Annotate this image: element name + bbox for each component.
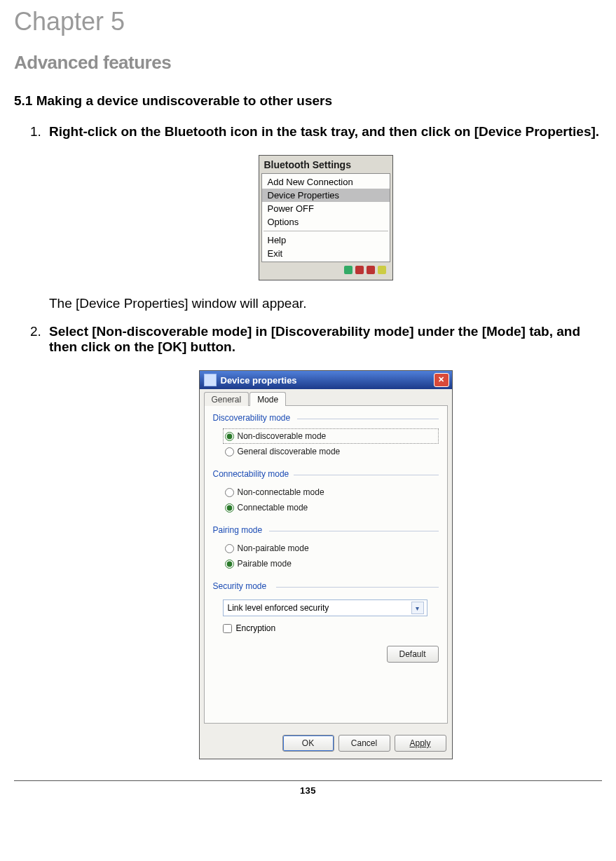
- encryption-checkbox[interactable]: Encryption: [223, 616, 439, 633]
- radio-pairable[interactable]: Pairable mode: [223, 556, 439, 571]
- context-menu-item-device-properties[interactable]: Device Properties: [262, 189, 390, 202]
- radio-non-discoverable[interactable]: Non-discoverable mode: [223, 428, 439, 444]
- page-number: 135: [14, 785, 602, 796]
- chevron-down-icon[interactable]: ▾: [411, 602, 424, 614]
- tray-icon: [355, 266, 364, 274]
- section-title: Advanced features: [14, 52, 602, 74]
- context-menu-item-help[interactable]: Help: [262, 233, 390, 247]
- radio-non-connectable[interactable]: Non-connectable mode: [223, 484, 439, 500]
- radio-label: Non-pairable mode: [238, 543, 309, 553]
- context-menu-item-add[interactable]: Add New Connection: [262, 175, 390, 189]
- radio-input[interactable]: [225, 544, 234, 553]
- radio-label: Non-connectable mode: [238, 487, 324, 497]
- figure-device-properties-dialog: Device properties ✕ General Mode: [49, 370, 602, 759]
- tab-general[interactable]: General: [204, 392, 249, 406]
- radio-input[interactable]: [225, 488, 234, 497]
- radio-connectable[interactable]: Connectable mode: [223, 500, 439, 515]
- figure-context-menu: Bluetooth Settings Add New Connection De…: [49, 155, 602, 280]
- radio-label: Connectable mode: [238, 503, 308, 513]
- tab-panel-mode: Discoverability mode Non-discoverable mo…: [204, 405, 448, 724]
- tray-icon: [344, 266, 353, 274]
- tab-mode[interactable]: Mode: [249, 392, 286, 406]
- context-menu-separator: [263, 231, 388, 231]
- group-security-title: Security mode: [213, 581, 439, 592]
- context-menu-title: Bluetooth Settings: [261, 158, 390, 173]
- step-2-instruction: Select [Non-discoverable mode] in [Disco…: [49, 324, 580, 354]
- context-menu: Add New Connection Device Properties Pow…: [261, 173, 390, 262]
- radio-general-discoverable[interactable]: General discoverable mode: [223, 444, 439, 459]
- group-pairing-title: Pairing mode: [213, 525, 439, 536]
- radio-input[interactable]: [225, 503, 234, 513]
- step-1-instruction: Right-click on the Bluetooth icon in the…: [49, 124, 599, 139]
- step-1-result: The [Device Properties] window will appe…: [49, 296, 602, 311]
- context-menu-item-power-off[interactable]: Power OFF: [262, 202, 390, 215]
- task-tray: [261, 262, 390, 278]
- context-menu-item-exit[interactable]: Exit: [262, 247, 390, 260]
- radio-label: General discoverable mode: [238, 447, 341, 456]
- default-button[interactable]: Default: [387, 646, 439, 663]
- tray-icon: [378, 266, 386, 274]
- group-discoverability-title: Discoverability mode: [213, 413, 439, 424]
- radio-label: Non-discoverable mode: [238, 431, 327, 441]
- dialog-titlebar: Device properties ✕: [200, 371, 452, 389]
- select-value: Link level enforced security: [228, 603, 329, 613]
- step-2: Select [Non-discoverable mode] in [Disco…: [45, 324, 602, 759]
- close-icon[interactable]: ✕: [434, 373, 449, 387]
- cancel-button[interactable]: Cancel: [338, 735, 390, 752]
- radio-label: Pairable mode: [238, 559, 292, 569]
- radio-non-pairable[interactable]: Non-pairable mode: [223, 541, 439, 556]
- subsection-heading: 5.1 Making a device undiscoverable to ot…: [14, 93, 602, 109]
- context-menu-item-options[interactable]: Options: [262, 215, 390, 229]
- checkbox-input[interactable]: [223, 624, 232, 633]
- radio-input[interactable]: [225, 447, 234, 456]
- footer-separator: [14, 780, 602, 781]
- ok-button[interactable]: OK: [282, 735, 334, 752]
- step-1: Right-click on the Bluetooth icon in the…: [45, 124, 602, 311]
- dialog-icon: [204, 374, 217, 386]
- radio-input[interactable]: [225, 432, 234, 441]
- chapter-title: Chapter 5: [14, 7, 602, 36]
- apply-button[interactable]: Apply: [395, 735, 446, 752]
- group-connectability-title: Connectability mode: [213, 469, 439, 480]
- security-mode-select[interactable]: Link level enforced security ▾: [223, 599, 427, 616]
- checkbox-label: Encryption: [236, 623, 276, 633]
- radio-input[interactable]: [225, 560, 234, 569]
- dialog-title: Device properties: [221, 375, 297, 386]
- tray-icon: [367, 266, 375, 274]
